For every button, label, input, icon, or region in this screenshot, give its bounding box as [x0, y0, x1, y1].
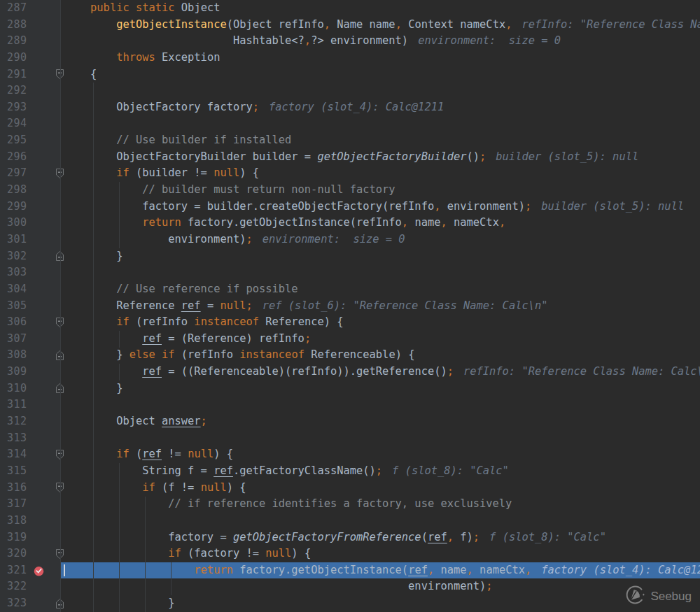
line-number: 321 — [7, 562, 27, 579]
code-line[interactable]: 308 } else if (refInfo instanceof Refere… — [0, 347, 700, 364]
debugger-inline-value: environment: size = 0 — [262, 233, 405, 245]
code-line[interactable]: 316 if (f != null) { — [0, 480, 700, 497]
code-line[interactable]: 301 environment);environment: size = 0 — [0, 232, 700, 248]
code-text: Hashtable<?,?> environment)environment: … — [64, 33, 561, 50]
code-line[interactable]: 305 Reference ref = null;ref (slot_6): "… — [0, 298, 700, 315]
line-number: 303 — [7, 264, 27, 281]
code-text: String f = ref.getFactoryClassName();f (… — [64, 463, 509, 480]
debugger-inline-value: factory (slot_4): Calc@1211 — [269, 101, 444, 113]
line-number: 302 — [7, 248, 27, 265]
code-text: return factory.getObjectInstance(refInfo… — [64, 215, 505, 232]
code-line[interactable]: 306 if (refInfo instanceof Reference) { — [0, 314, 700, 331]
ide-window: 287 public static Object288 getObjectIns… — [0, 0, 700, 612]
code-text: ObjectFactoryBuilder builder = getObject… — [64, 149, 638, 166]
indent-guide — [119, 364, 120, 380]
code-line[interactable]: 311 — [0, 397, 700, 413]
code-line[interactable]: 314 if (ref != null) { — [0, 446, 700, 463]
code-line[interactable]: 312 Object answer; — [0, 413, 700, 430]
code-text: factory = getObjectFactoryFromReference(… — [64, 529, 606, 546]
line-number: 295 — [7, 132, 27, 149]
code-line[interactable]: 298 // builder must return non-null fact… — [0, 182, 700, 199]
code-text: { — [64, 66, 97, 83]
code-line[interactable]: 293 ObjectFactory factory;factory (slot_… — [0, 99, 700, 116]
code-line[interactable]: 296 ObjectFactoryBuilder builder = getOb… — [0, 149, 700, 166]
code-text: environment);environment: size = 0 — [64, 232, 405, 248]
indent-guide — [171, 562, 172, 595]
line-number: 300 — [7, 215, 27, 232]
line-number: 310 — [7, 380, 27, 397]
debugger-inline-value: builder (slot_5): null — [496, 150, 638, 163]
code-text: return factory.getObjectInstance(ref, na… — [64, 562, 700, 579]
line-number: 296 — [7, 149, 27, 166]
indent-guide — [119, 463, 120, 612]
debugger-inline-value: refInfo: "Reference Class Name: Calc\n" — [463, 365, 700, 378]
code-line[interactable]: 313 — [0, 430, 700, 447]
code-line[interactable]: 319 factory = getObjectFactoryFromRefere… — [0, 529, 700, 546]
code-text: environment); — [64, 578, 493, 595]
code-line[interactable]: 317 // if reference identifies a factory… — [0, 496, 700, 513]
code-line[interactable]: 303 — [0, 264, 700, 281]
code-text: if (refInfo instanceof Reference) { — [64, 314, 344, 331]
line-number: 301 — [7, 232, 27, 248]
line-number: 320 — [7, 546, 27, 562]
line-number: 298 — [7, 182, 27, 199]
code-text: factory = builder.createObjectFactory(re… — [64, 199, 684, 215]
code-line[interactable]: 290 throws Exception — [0, 50, 700, 66]
code-text: ObjectFactory factory;factory (slot_4): … — [64, 99, 444, 116]
code-text: throws Exception — [64, 50, 220, 66]
code-text: if (f != null) { — [64, 480, 246, 497]
seebug-logo-icon — [625, 585, 645, 609]
code-line[interactable]: 295 // Use builder if installed — [0, 132, 700, 149]
code-line[interactable]: 323 } — [0, 595, 700, 612]
line-number: 308 — [7, 347, 27, 364]
code-line[interactable]: 289 Hashtable<?,?> environment)environme… — [0, 33, 700, 50]
breakpoint-verified-icon[interactable] — [34, 565, 44, 576]
line-number: 312 — [7, 413, 27, 430]
code-line[interactable]: 309 ref = ((Referenceable)(refInfo)).get… — [0, 364, 700, 380]
line-number: 287 — [7, 0, 27, 17]
indent-guide — [93, 83, 94, 612]
code-line[interactable]: 291 { — [0, 66, 700, 83]
debugger-inline-value: f (slot_8): "Calc" — [392, 464, 509, 477]
code-line[interactable]: 287 public static Object — [0, 0, 700, 17]
line-number: 289 — [7, 33, 27, 50]
code-text: ref = ((Referenceable)(refInfo)).getRefe… — [64, 364, 700, 380]
line-number: 314 — [7, 446, 27, 463]
code-text: Reference ref = null;ref (slot_6): "Refe… — [64, 298, 547, 315]
code-text: if (ref != null) { — [64, 446, 233, 463]
line-number: 313 — [7, 430, 27, 447]
code-line[interactable]: 300 return factory.getObjectInstance(ref… — [0, 215, 700, 232]
debugger-inline-value: refInfo: "Reference Class Name: Calc\n" — [522, 18, 700, 31]
editor: 287 public static Object288 getObjectIns… — [0, 0, 700, 612]
code-line[interactable]: 297 if (builder != null) { — [0, 165, 700, 182]
code-text: if (factory != null) { — [64, 546, 311, 562]
debugger-inline-value: ref (slot_6): "Reference Class Name: Cal… — [262, 299, 548, 312]
code-text: // Use builder if installed — [64, 132, 291, 149]
execution-point-line[interactable]: 321 return factory.getObjectInstance(ref… — [0, 562, 700, 579]
line-number: 315 — [7, 463, 27, 480]
line-number: 291 — [7, 66, 27, 83]
code-line[interactable]: 304 // Use reference if possible — [0, 281, 700, 298]
debugger-inline-value: environment: size = 0 — [418, 34, 561, 47]
line-number: 294 — [7, 115, 27, 132]
code-line[interactable]: 299 factory = builder.createObjectFactor… — [0, 199, 700, 215]
code-line[interactable]: 302 } — [0, 248, 700, 265]
line-number: 304 — [7, 281, 27, 298]
seebug-watermark: Seebug — [625, 585, 692, 609]
code-text: ref = (Reference) refInfo; — [64, 331, 311, 348]
code-line[interactable]: 292 — [0, 83, 700, 99]
code-line[interactable]: 294 — [0, 115, 700, 132]
code-text: Object answer; — [64, 413, 207, 430]
code-line[interactable]: 320 if (factory != null) { — [0, 546, 700, 562]
code-line[interactable]: 307 ref = (Reference) refInfo; — [0, 331, 700, 348]
code-text: // Use reference if possible — [64, 281, 298, 298]
code-line[interactable]: 318 — [0, 513, 700, 529]
line-number: 318 — [7, 513, 27, 529]
code-line[interactable]: 288 getObjectInstance(Object refInfo, Na… — [0, 17, 700, 34]
line-number: 290 — [7, 50, 27, 66]
code-line[interactable]: 310 } — [0, 380, 700, 397]
code-line[interactable]: 315 String f = ref.getFactoryClassName()… — [0, 463, 700, 480]
code-line[interactable]: 322 environment); — [0, 578, 700, 595]
line-number: 317 — [7, 496, 27, 513]
line-number: 305 — [7, 298, 27, 315]
